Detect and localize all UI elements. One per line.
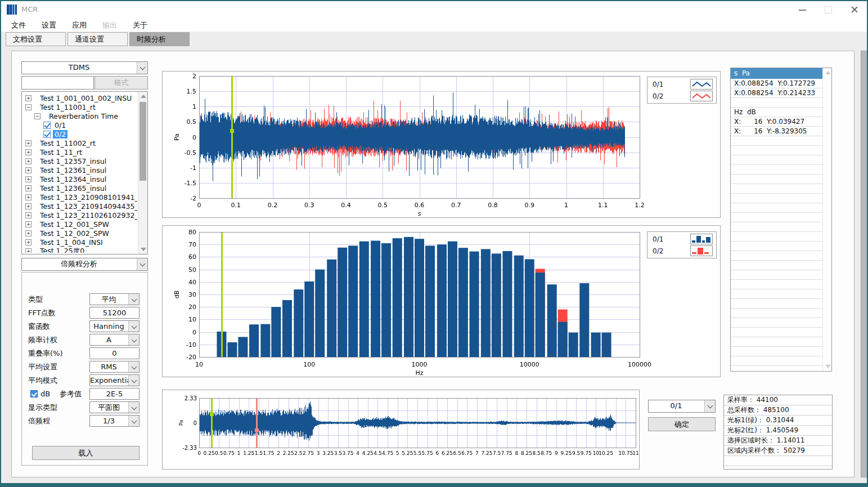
format-button[interactable]: 格式 [95, 76, 148, 90]
chevron-down-icon [128, 294, 139, 305]
info-label: 光标1(绿)： [727, 416, 766, 424]
page-scrollbar[interactable] [861, 51, 868, 477]
collapse-icon[interactable]: − [34, 113, 41, 119]
tree-item-label: Test 1_12364_insul [38, 175, 108, 184]
tree-scrollbar-thumb[interactable] [140, 102, 146, 181]
bar-series-icon [690, 245, 713, 256]
expand-icon[interactable]: + [25, 95, 32, 101]
octave-spectrum-chart[interactable]: 0/10/2 [162, 225, 721, 377]
expand-icon[interactable]: + [25, 167, 32, 173]
tree-item[interactable]: +Test 1_11_rt [23, 148, 137, 157]
empty-row [731, 165, 822, 175]
tree-item[interactable]: 0/1 [23, 120, 137, 129]
minimize-button[interactable] [789, 1, 815, 18]
menu-item-关于[interactable]: 关于 [125, 18, 155, 32]
empty-row [731, 194, 822, 203]
tree-item[interactable]: +Test 1_12365_insul [23, 184, 137, 193]
close-button[interactable] [841, 1, 867, 18]
maximize-button[interactable] [815, 1, 841, 18]
value-row[interactable]: X: 16 Y:0.039427 [731, 117, 822, 127]
tree-item[interactable]: −Reverberation Time [23, 111, 137, 120]
frequency-weighting-select[interactable]: A [89, 334, 140, 346]
tree-item-label: Test 1_123_210908101941_spw [38, 193, 137, 202]
value-row[interactable]: X:0.088254 Y:0.172729 [731, 79, 822, 88]
value-row[interactable]: X: 16 Y:-8.329305 [731, 127, 822, 136]
empty-row [731, 232, 822, 242]
tree-item[interactable]: +Test 1_1_004_INSI [23, 238, 137, 247]
tree-item[interactable]: +Test 1_12357_insul [23, 157, 137, 166]
menu-item-设置[interactable]: 设置 [34, 18, 64, 32]
tab-通道设置[interactable]: 通道设置 [68, 32, 128, 46]
load-button[interactable]: 载入 [32, 446, 140, 460]
tree-item[interactable]: +Test 1_12361_insul [23, 166, 137, 175]
overlap-input[interactable]: 0 [89, 347, 140, 359]
info-label: 区域内采样个数： [727, 446, 784, 454]
time-chart-legend: 0/10/2 [647, 77, 717, 104]
tab-时频分析[interactable]: 时频分析 [129, 32, 190, 46]
file-format-select[interactable]: TDMS [21, 61, 148, 74]
values-scrollbar[interactable] [822, 68, 831, 371]
tree-item[interactable]: +Test 1_123_210914094435_spw [23, 202, 137, 211]
tree-item[interactable]: +Test 1_12364_insul [23, 175, 137, 184]
octave-fraction-select[interactable]: 1/3 [89, 415, 140, 427]
expand-icon[interactable]: + [25, 140, 32, 146]
channel-checkbox[interactable] [43, 131, 51, 138]
fft-points-input[interactable]: 51200 [89, 307, 140, 319]
tree-item[interactable]: +Test 1_12_002_SPW [23, 229, 137, 238]
time-domain-chart[interactable]: 0/10/2 [162, 71, 721, 218]
expand-icon[interactable]: + [25, 221, 32, 227]
line-series-icon [690, 91, 713, 101]
expand-icon[interactable]: + [25, 185, 32, 191]
value-row[interactable]: Hz dB [731, 108, 822, 117]
expand-icon[interactable]: + [25, 194, 32, 200]
octave-spectrum-canvas[interactable] [163, 226, 720, 377]
average-setting-select[interactable]: RMS [89, 361, 140, 373]
empty-row [731, 146, 822, 155]
empty-row [731, 356, 822, 366]
tree-item[interactable]: +Test 1_12_001_SPW [23, 220, 137, 229]
tree-item[interactable]: +Test 1_25度0 [23, 247, 137, 253]
tree-item[interactable]: −Test 1_11001_rt [23, 102, 137, 111]
scroll-up-icon [825, 71, 831, 74]
type-select[interactable]: 平均 [89, 293, 140, 305]
expand-icon[interactable]: + [25, 239, 32, 245]
analysis-type-select[interactable]: 倍频程分析 [21, 258, 148, 271]
filter-input[interactable] [21, 76, 94, 90]
menu-item-文件[interactable]: 文件 [3, 18, 34, 32]
expand-icon[interactable]: + [25, 212, 32, 218]
expand-icon[interactable]: + [25, 230, 32, 236]
empty-row [731, 347, 822, 356]
average-mode-select[interactable]: Exponential [89, 374, 140, 386]
tree-item[interactable]: +Test 1_001_001_002_INSU [23, 93, 137, 102]
legend-entry: 0/1 [647, 78, 716, 90]
overview-waveform-chart[interactable] [162, 390, 640, 470]
tree-item[interactable]: +Test 1_11002_rt [23, 138, 137, 148]
expand-icon[interactable]: + [25, 176, 32, 182]
channel-select[interactable]: 0/1 [648, 400, 716, 413]
time-domain-canvas[interactable] [163, 72, 720, 217]
tree-item[interactable]: 0/2 [23, 129, 137, 138]
menu-item-应用[interactable]: 应用 [64, 18, 95, 32]
window-function-select[interactable]: Hanning [89, 320, 140, 332]
tree-scrollbar[interactable] [138, 92, 147, 254]
tree-item[interactable]: +Test 1_123_210908101941_spw [23, 193, 137, 202]
value-row[interactable]: X:0.088254 Y:0.214233 [731, 88, 822, 98]
type-label: 类型 [28, 293, 43, 305]
channel-checkbox[interactable] [43, 122, 51, 129]
confirm-button[interactable]: 确定 [648, 417, 716, 431]
expand-icon[interactable]: + [25, 158, 32, 164]
info-value: 50279 [784, 446, 805, 454]
expand-icon[interactable]: + [25, 248, 32, 253]
tree-item-label: Test 1_12357_insul [38, 157, 108, 166]
tree-item[interactable]: +Test 1_123_211026102932_spw [23, 211, 137, 220]
db-reference-input[interactable]: 2E-5 [89, 388, 140, 400]
collapse-icon[interactable]: − [25, 104, 32, 110]
scroll-down-icon [141, 248, 146, 251]
expand-icon[interactable]: + [25, 149, 32, 155]
expand-icon[interactable]: + [25, 203, 32, 209]
overview-waveform-canvas[interactable] [163, 390, 639, 469]
db-reference-checkbox[interactable] [30, 390, 38, 397]
tab-文档设置[interactable]: 文档设置 [6, 32, 66, 46]
application-window: MCR 文件设置应用输出关于 文档设置通道设置时频分析 TDMS 格式 +Tes… [0, 0, 868, 487]
display-type-select[interactable]: 平面图 [89, 401, 140, 413]
